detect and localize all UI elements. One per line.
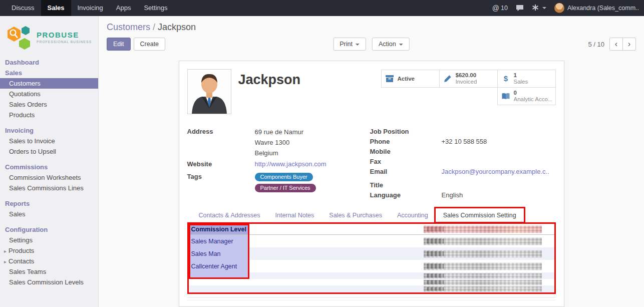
table-row[interactable]: Callcenter Agent	[189, 260, 554, 272]
stat-button-invoiced[interactable]: $620.00Invoiced	[439, 70, 498, 88]
pager-next-button[interactable]: ›	[622, 38, 636, 51]
sidebar-section-invoicing[interactable]: Invoicing	[0, 125, 98, 136]
mentions-indicator[interactable]: @ 10	[492, 4, 508, 12]
sidebar-item-customers[interactable]: Customers	[0, 78, 98, 89]
sidebar-section-configuration[interactable]: Configuration	[0, 224, 98, 235]
breadcrumb-customers[interactable]: Customers	[107, 22, 150, 32]
print-dropdown[interactable]: Print	[333, 38, 366, 51]
stat-button-sales[interactable]: $1Sales	[497, 70, 556, 88]
menu-settings[interactable]: Settings	[137, 0, 174, 16]
probuse-logo: PROBUSE PROFESSIONAL BUSINESS	[6, 23, 94, 51]
menu-invoicing[interactable]: Invoicing	[71, 0, 110, 16]
pager-counter: 5 / 10	[588, 41, 604, 48]
commission-level-cell[interactable]: Sales Man	[189, 247, 248, 260]
sheet-header: Jackpson Active$620.00Invoiced$1Sales0An…	[187, 69, 556, 117]
commission-level-cell	[189, 272, 248, 279]
field-value-phone: +32 10 588 558	[442, 137, 487, 147]
person-portrait-icon	[188, 70, 231, 114]
sidebar-item-sales-commission-levels[interactable]: Sales Commission Levels	[0, 277, 98, 287]
breadcrumb: Customers / Jackpson	[99, 16, 644, 33]
stat-text: 0Analytic Acco...	[514, 90, 552, 103]
chat-icon[interactable]	[516, 5, 524, 12]
tab-internal-notes[interactable]: Internal Notes	[267, 208, 321, 222]
address-line: Belgium	[255, 148, 304, 158]
dollar-icon: $	[501, 74, 511, 83]
stat-button-active[interactable]: Active	[381, 70, 440, 88]
tab-sales-commission-setting[interactable]: Sales Commission Setting	[436, 208, 524, 222]
action-dropdown[interactable]: Action	[372, 38, 410, 51]
user-menu[interactable]: Alexandra (Sales_comm..	[554, 3, 639, 13]
edit-button[interactable]: Edit	[107, 38, 131, 51]
debug-menu[interactable]	[532, 4, 546, 13]
sidebar-item-products[interactable]: Products	[0, 110, 98, 120]
sidebar-label: Quotations	[9, 90, 41, 98]
tab-sales-purchases[interactable]: Sales & Purchases	[321, 208, 390, 222]
commission-level-cell[interactable]: Callcenter Agent	[189, 260, 248, 272]
logo-text: PROBUSE PROFESSIONAL BUSINESS	[37, 31, 92, 44]
contact-photo[interactable]	[187, 69, 231, 114]
menu-sales[interactable]: Sales	[41, 0, 71, 16]
table-row[interactable]: Sales Man	[189, 247, 554, 260]
sidebar-label: Settings	[9, 236, 33, 244]
table-row	[189, 279, 554, 285]
avatar	[554, 3, 564, 13]
stat-value: 1	[514, 72, 528, 79]
field-value-language: English	[442, 190, 463, 200]
stat-label: Invoiced	[456, 79, 477, 85]
create-button[interactable]: Create	[134, 38, 166, 51]
sidebar-label: Sales	[9, 210, 26, 218]
sidebar-label: Invoicing	[5, 127, 34, 134]
redacted-blur	[424, 273, 542, 278]
tab-contacts-addresses[interactable]: Contacts & Addresses	[191, 208, 268, 222]
pager-previous-button[interactable]: ‹	[609, 38, 623, 51]
breadcrumb-separator: /	[153, 22, 155, 32]
tag-components-buyer[interactable]: Components Buyer	[255, 173, 313, 181]
redacted-smudge	[427, 287, 444, 291]
sidebar-item-sales-orders[interactable]: Sales Orders	[0, 99, 98, 110]
address-line: 69 rue de Namur	[255, 127, 304, 137]
redacted-smudge	[427, 238, 444, 244]
sidebar-item-sales-commissions-lines[interactable]: Sales Commissions Lines	[0, 183, 98, 193]
column-header-commission-level[interactable]: Commission Level	[189, 224, 248, 234]
sidebar: PROBUSE PROFESSIONAL BUSINESS DashboardS…	[0, 16, 99, 307]
book-icon	[501, 92, 511, 101]
sidebar-item-contacts[interactable]: ▸Contacts	[0, 256, 98, 266]
sidebar-item-sales-teams[interactable]: Sales Teams	[0, 266, 98, 277]
stat-value: 0	[514, 90, 552, 96]
redacted-blur	[424, 237, 542, 245]
sidebar-section-commissions[interactable]: Commissions	[0, 162, 98, 172]
sidebar-section-reports[interactable]: Reports	[0, 198, 98, 209]
menu-discuss[interactable]: Discuss	[5, 0, 41, 16]
commission-table: Commission Level Sales ManagerSales ManC…	[187, 222, 556, 294]
sidebar-label: Dashboard	[5, 59, 39, 66]
stat-button-analytic-acco[interactable]: 0Analytic Acco...	[497, 87, 556, 105]
sidebar-item-sales-to-invoice[interactable]: Sales to Invoice	[0, 136, 98, 146]
sidebar-label: Sales Commissions Lines	[9, 184, 84, 192]
redacted-smudge	[427, 274, 444, 278]
redacted-blur	[424, 286, 542, 292]
table-body: Sales ManagerSales ManCallcenter Agent	[189, 235, 554, 292]
tags-list: Components BuyerPartner / IT Services	[255, 172, 316, 192]
sidebar-item-orders-to-upsell[interactable]: Orders to Upsell	[0, 146, 98, 157]
sidebar-item-sales[interactable]: Sales	[0, 209, 98, 219]
tag-partner-it-services[interactable]: Partner / IT Services	[255, 184, 316, 192]
commission-level-cell[interactable]: Sales Manager	[189, 235, 248, 247]
sidebar-section-sales[interactable]: Sales	[0, 68, 98, 78]
sidebar-item-settings[interactable]: Settings	[0, 235, 98, 245]
table-header-row: Commission Level	[189, 224, 554, 235]
redacted-smudge	[427, 280, 444, 284]
main-content: Customers / Jackpson Edit Create Print A…	[99, 16, 644, 307]
sidebar-item-commission-worksheets[interactable]: Commission Worksheets	[0, 172, 98, 183]
field-value-email[interactable]: Jackpson@yourcompany.example.c..	[442, 167, 549, 177]
sidebar-item-products[interactable]: ▸Products	[0, 245, 98, 256]
tab-accounting[interactable]: Accounting	[390, 208, 436, 222]
table-row[interactable]: Sales Manager	[189, 235, 554, 247]
sidebar-section-dashboard[interactable]: Dashboard	[0, 57, 98, 68]
topbar-menus: DiscussSalesInvoicingAppsSettings	[5, 0, 174, 16]
website-label: Website	[187, 159, 255, 169]
sidebar-label: Customers	[9, 80, 41, 87]
table-row	[189, 272, 554, 279]
sidebar-item-quotations[interactable]: Quotations	[0, 89, 98, 99]
menu-apps[interactable]: Apps	[110, 0, 138, 16]
website-link[interactable]: http://www.jackpson.com	[255, 159, 327, 169]
